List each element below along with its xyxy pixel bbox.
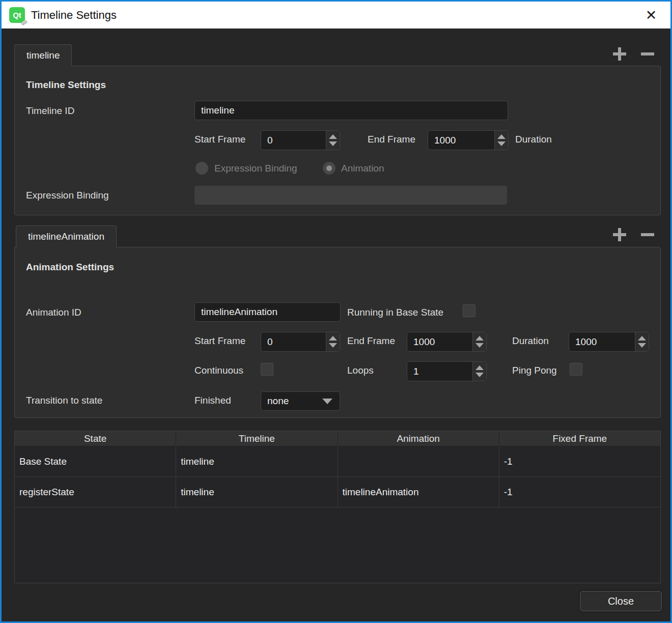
expression-binding-radio: [195, 162, 208, 175]
titlebar: Qt Timeline Settings ✕: [2, 2, 670, 29]
anim-end-frame-label: End Frame: [347, 335, 395, 347]
timeline-settings-panel: Timeline Settings Timeline ID Start Fram…: [14, 66, 661, 215]
timeline-settings-dialog: Qt Timeline Settings ✕ timeline Timeline…: [0, 0, 672, 623]
plus-icon: [618, 47, 621, 61]
anim-end-frame-input[interactable]: [407, 332, 472, 351]
cell-state: Base State: [15, 446, 176, 476]
tab-timeline-label: timeline: [26, 50, 60, 61]
spin-buttons: [472, 332, 486, 351]
header-state: State: [15, 431, 176, 446]
qt-design-studio-icon: Qt: [9, 7, 25, 23]
close-button[interactable]: Close: [580, 591, 662, 611]
animation-id-label: Animation ID: [26, 307, 81, 318]
window-title: Timeline Settings: [31, 9, 117, 22]
spin-buttons: [326, 131, 340, 150]
anim-duration-label: Duration: [512, 335, 549, 347]
loops-label: Loops: [347, 365, 374, 376]
animation-radio-label: Animation: [341, 163, 384, 174]
anim-start-frame-label: Start Frame: [194, 335, 245, 347]
spin-up-icon[interactable]: [329, 336, 337, 341]
anim-end-frame-spinbox: [407, 332, 487, 352]
start-frame-spinbox: [261, 130, 340, 150]
table-row-base-state[interactable]: Base State timeline -1: [15, 446, 660, 477]
tab-timeline[interactable]: timeline: [14, 44, 72, 66]
spin-down-icon[interactable]: [329, 141, 337, 146]
close-button-label: Close: [608, 596, 634, 607]
minus-icon: [641, 233, 654, 236]
header-fixed-frame: Fixed Frame: [499, 431, 660, 446]
end-frame-input[interactable]: [428, 131, 494, 150]
spin-buttons: [326, 332, 340, 351]
loops-input[interactable]: [407, 362, 472, 381]
states-table-header: State Timeline Animation Fixed Frame: [15, 431, 660, 446]
spin-up-icon[interactable]: [638, 336, 646, 341]
expression-binding-label: Expression Binding: [26, 190, 109, 201]
plus-icon: [618, 228, 621, 241]
continuous-checkbox[interactable]: [261, 363, 273, 376]
ping-pong-checkbox[interactable]: [570, 363, 582, 376]
header-animation: Animation: [338, 431, 499, 446]
cell-fixed-frame: -1: [499, 477, 660, 507]
loops-spinbox: [407, 361, 487, 381]
animation-id-input[interactable]: [194, 302, 341, 322]
tab-timeline-animation-label: timelineAnimation: [28, 231, 104, 242]
end-frame-spinbox: [428, 130, 509, 150]
running-in-base-state-checkbox[interactable]: [463, 304, 475, 317]
timeline-id-input[interactable]: [194, 101, 508, 120]
spin-up-icon[interactable]: [475, 336, 484, 341]
spin-buttons: [472, 362, 486, 381]
spin-buttons: [494, 131, 508, 150]
add-timeline-button[interactable]: [611, 45, 628, 63]
spin-down-icon[interactable]: [329, 343, 337, 348]
spin-up-icon[interactable]: [475, 365, 484, 370]
duration-label: Duration: [515, 134, 552, 145]
timeline-settings-heading: Timeline Settings: [26, 79, 106, 91]
start-frame-input[interactable]: [261, 131, 326, 150]
app-icon-text: Qt: [13, 11, 21, 19]
spin-up-icon[interactable]: [329, 134, 337, 139]
continuous-label: Continuous: [194, 365, 243, 376]
running-in-base-state-label: Running in Base State: [347, 307, 443, 318]
spin-up-icon[interactable]: [497, 134, 506, 139]
anim-duration-input[interactable]: [569, 332, 635, 351]
spin-down-icon[interactable]: [475, 343, 484, 348]
transition-to-state-label: Transition to state: [26, 395, 102, 406]
expression-binding-radio-label: Expression Binding: [214, 163, 297, 174]
minus-icon: [641, 52, 654, 55]
header-timeline: Timeline: [176, 431, 338, 446]
animation-settings-heading: Animation Settings: [26, 262, 114, 273]
animation-settings-panel: Animation Settings Animation ID Running …: [14, 247, 661, 418]
window-close-button[interactable]: ✕: [640, 2, 662, 29]
close-icon: ✕: [646, 7, 657, 23]
table-row-register-state[interactable]: registerState timeline timelineAnimation…: [15, 477, 660, 507]
pencil-icon: [20, 19, 28, 26]
animation-radio: [323, 162, 335, 175]
finished-label: Finished: [194, 395, 231, 406]
cell-state: registerState: [15, 477, 176, 507]
remove-animation-button[interactable]: [639, 226, 656, 243]
timeline-id-label: Timeline ID: [26, 105, 74, 117]
ping-pong-label: Ping Pong: [512, 365, 557, 376]
cell-animation: [338, 446, 499, 476]
spin-down-icon[interactable]: [475, 373, 484, 377]
states-table: State Timeline Animation Fixed Frame Bas…: [14, 431, 661, 583]
finished-state-value: none: [267, 395, 289, 407]
cell-timeline: timeline: [176, 477, 338, 507]
finished-state-dropdown[interactable]: none: [261, 391, 340, 411]
anim-start-frame-spinbox: [261, 332, 340, 352]
start-frame-label: Start Frame: [194, 134, 245, 145]
cell-animation: timelineAnimation: [338, 477, 499, 507]
spin-down-icon[interactable]: [638, 343, 646, 348]
expression-binding-input: [194, 186, 507, 205]
anim-start-frame-input[interactable]: [261, 332, 326, 351]
anim-duration-spinbox: [569, 332, 649, 352]
add-animation-button[interactable]: [611, 226, 628, 243]
chevron-down-icon: [322, 399, 332, 404]
cell-timeline: timeline: [176, 446, 338, 476]
spin-buttons: [635, 332, 649, 351]
cell-fixed-frame: -1: [499, 446, 660, 476]
end-frame-label: End Frame: [368, 134, 415, 145]
remove-timeline-button[interactable]: [639, 45, 656, 63]
tab-timeline-animation[interactable]: timelineAnimation: [16, 225, 117, 247]
spin-down-icon[interactable]: [497, 141, 506, 146]
